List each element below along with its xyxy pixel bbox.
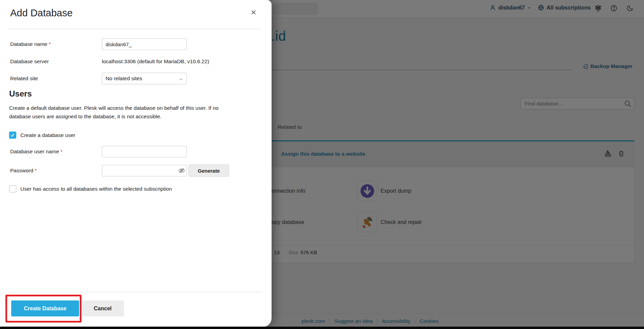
modal-title: Add Database xyxy=(10,7,73,19)
database-server-value: localhost:3306 (default for MariaDB, v10… xyxy=(102,56,209,67)
checkbox-checked-icon[interactable]: ✓ xyxy=(9,132,16,139)
generate-password-button[interactable]: Generate xyxy=(188,164,229,177)
password-input[interactable] xyxy=(102,165,187,176)
checkbox-unchecked[interactable] xyxy=(9,185,16,192)
users-section-heading: Users xyxy=(9,89,32,99)
chevron-down-icon xyxy=(179,77,183,81)
required-asterisk: * xyxy=(35,168,37,173)
database-server-label: Database server xyxy=(10,56,49,67)
related-site-select[interactable]: No related sites xyxy=(102,73,187,84)
show-password-icon[interactable] xyxy=(178,167,185,175)
screen-bottom-strip xyxy=(0,327,644,329)
close-icon[interactable]: ✕ xyxy=(251,9,257,16)
access-all-checkbox-label: User has access to all databases within … xyxy=(20,186,172,192)
cancel-button[interactable]: Cancel xyxy=(81,300,124,316)
database-name-label: Database name* xyxy=(10,38,51,50)
password-label: Password* xyxy=(10,165,37,176)
create-user-checkbox-row[interactable]: ✓ Create a database user xyxy=(9,132,75,139)
required-asterisk: * xyxy=(49,41,51,47)
related-site-value: No related sites xyxy=(106,75,142,81)
related-site-label: Related site xyxy=(10,73,38,84)
users-section-description: Create a default database user. Plesk wi… xyxy=(9,104,219,121)
required-asterisk: * xyxy=(60,149,62,154)
access-all-checkbox-row[interactable]: User has access to all databases within … xyxy=(9,185,172,192)
database-name-input[interactable] xyxy=(102,38,187,50)
create-database-button[interactable]: Create Database xyxy=(11,300,79,316)
user-name-input[interactable] xyxy=(102,146,187,157)
create-user-checkbox-label: Create a database user xyxy=(20,132,75,138)
user-name-label: Database user name* xyxy=(10,146,62,157)
modal-divider xyxy=(8,29,261,29)
modal-divider xyxy=(8,292,261,292)
add-database-modal: Add Database ✕ Database name* Database s… xyxy=(0,0,272,327)
